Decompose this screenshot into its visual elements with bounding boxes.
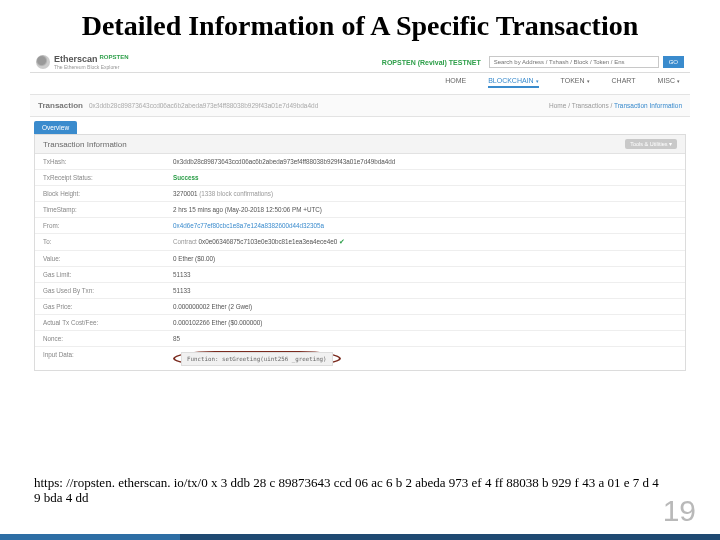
crumb-current: Transaction Information	[614, 102, 682, 109]
row-gas-price: Gas Price: 0.000000002 Ether (2 Gwei)	[35, 299, 685, 315]
row-to: To: Contract 0x0e06346875c7103e0e30bc81e…	[35, 234, 685, 251]
slide-number: 19	[663, 494, 696, 528]
main-nav: HOME BLOCKCHAIN ▾ TOKEN ▾ CHART MISC ▾	[30, 73, 690, 95]
breadcrumb: Home / Transactions / Transaction Inform…	[549, 102, 682, 109]
row-receipt-status: TxReceipt Status: Success	[35, 170, 685, 186]
chevron-down-icon: ▾	[587, 78, 590, 84]
input-data-highlight-oval: Function: setGreeting(uint256 _greeting)	[173, 351, 341, 366]
input-data-box: Function: setGreeting(uint256 _greeting)	[181, 352, 333, 366]
crumb-home[interactable]: Home	[549, 102, 566, 109]
row-from: From: 0x4d6e7c77ef80cbc1e8a7e124a8382600…	[35, 218, 685, 234]
transaction-info-panel: Transaction Information Tools & Utilitie…	[34, 134, 686, 371]
status-badge: Success	[173, 174, 199, 181]
logo-name: Etherscan	[54, 54, 98, 64]
go-button[interactable]: GO	[663, 56, 684, 68]
row-txhash: TxHash: 0x3ddb28c89873643ccd06ac6b2abeda…	[35, 154, 685, 170]
testnet-label: ROPSTEN (Revival) TESTNET	[382, 59, 481, 66]
chevron-down-icon: ▾	[536, 78, 539, 84]
to-address-link[interactable]: 0x0e06346875c7103e0e30bc81e1ea3ea4ece4e0	[199, 238, 338, 245]
crumb-transactions[interactable]: Transactions	[572, 102, 609, 109]
nav-misc[interactable]: MISC ▾	[658, 77, 680, 88]
etherscan-screenshot: Etherscan ROPSTEN The Ethereum Block Exp…	[30, 52, 690, 371]
nav-token[interactable]: TOKEN ▾	[561, 77, 590, 88]
from-address-link[interactable]: 0x4d6e7c77ef80cbc1e8a7e124a8382600d44d32…	[173, 222, 324, 229]
row-value: Value: 0 Ether ($0.00)	[35, 251, 685, 267]
nav-home[interactable]: HOME	[445, 77, 466, 88]
chevron-down-icon: ▾	[677, 78, 680, 84]
slide-accent-bar	[0, 534, 720, 540]
logo-network-badge: ROPSTEN	[100, 54, 129, 60]
slide-title: Detailed Information of A Specific Trans…	[0, 0, 720, 50]
nav-chart[interactable]: CHART	[612, 77, 636, 88]
logo[interactable]: Etherscan ROPSTEN The Ethereum Block Exp…	[36, 54, 129, 70]
row-timestamp: TimeStamp: 2 hrs 15 mins ago (May-20-201…	[35, 202, 685, 218]
footer-url: https: //ropsten. etherscan. io/tx/0 x 3…	[34, 476, 660, 506]
panel-title: Transaction Information	[43, 140, 127, 149]
logo-tagline: The Ethereum Block Explorer	[54, 64, 129, 70]
checkmark-icon: ✔	[339, 238, 345, 245]
transaction-hash-subtitle: 0x3ddb28c89873643ccd06ac6b2abeda973ef4ff…	[89, 102, 318, 109]
tab-overview[interactable]: Overview	[34, 121, 77, 134]
row-gas-used: Gas Used By Txn: 51133	[35, 283, 685, 299]
transaction-header: Transaction 0x3ddb28c89873643ccd06ac6b2a…	[30, 95, 690, 117]
nav-blockchain[interactable]: BLOCKCHAIN ▾	[488, 77, 538, 88]
etherscan-logo-icon	[36, 55, 50, 69]
row-gas-limit: Gas Limit: 51133	[35, 267, 685, 283]
transaction-label: Transaction	[38, 101, 83, 110]
row-input-data: Input Data: Function: setGreeting(uint25…	[35, 347, 685, 370]
panel-header: Transaction Information Tools & Utilitie…	[35, 135, 685, 154]
row-tx-cost: Actual Tx Cost/Fee: 0.000102266 Ether ($…	[35, 315, 685, 331]
block-link[interactable]: 3270001	[173, 190, 198, 197]
tools-utilities-button[interactable]: Tools & Utilities ▾	[625, 139, 677, 149]
row-nonce: Nonce: 85	[35, 331, 685, 347]
row-block-height: Block Height: 3270001 (1338 block confir…	[35, 186, 685, 202]
topbar: Etherscan ROPSTEN The Ethereum Block Exp…	[30, 52, 690, 73]
search-input[interactable]	[489, 56, 659, 68]
